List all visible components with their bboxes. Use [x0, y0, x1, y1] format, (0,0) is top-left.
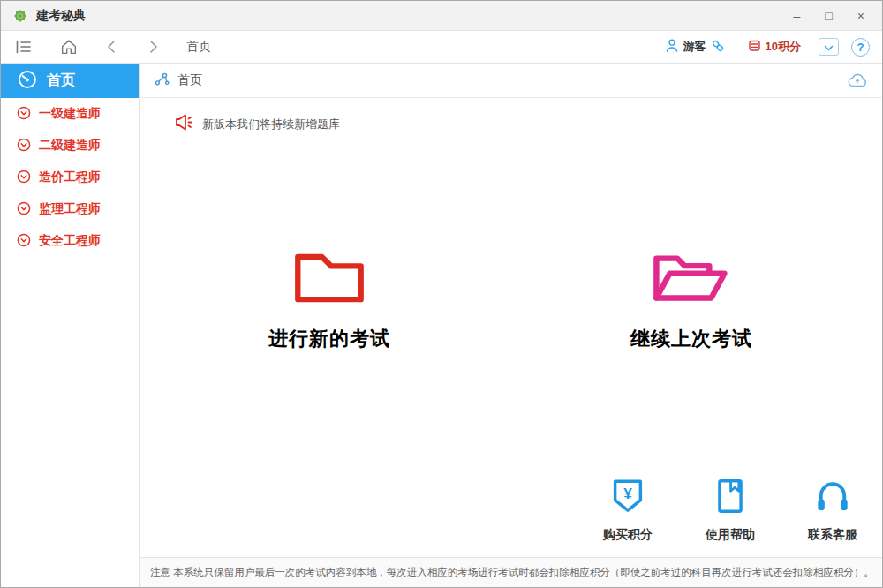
help-button[interactable]: ? [851, 38, 870, 57]
back-icon[interactable] [103, 38, 119, 56]
sidebar: 首页 一级建造师 二级建造师 [1, 64, 140, 587]
sidebar-item-home[interactable]: 首页 [1, 64, 139, 98]
shield-yen-icon: ¥ [608, 502, 648, 517]
continue-last-exam-label: 继续上次考试 [590, 326, 793, 352]
maximize-button[interactable]: □ [825, 10, 832, 22]
dropdown-button[interactable] [819, 38, 839, 56]
footer-actions: ¥ 购买积分 使用帮助 [600, 478, 861, 543]
circle-chevron-down-icon [17, 233, 31, 250]
contact-support-label: 联系客服 [804, 527, 861, 543]
collapse-sidebar-icon[interactable] [13, 37, 33, 57]
points-value: 10积分 [766, 39, 801, 55]
buy-points-label: 购买积分 [600, 527, 656, 543]
sidebar-item-yiji-jianzaoshi[interactable]: 一级建造师 [1, 98, 139, 130]
question-icon: ? [857, 41, 864, 54]
breadcrumb-bar: 首页 [140, 64, 882, 98]
note-bar: 注意 本系统只保留用户最后一次的考试内容到本地，每次进入相应的考场进行考试时都会… [140, 557, 882, 587]
sidebar-item-label: 首页 [47, 72, 75, 90]
circle-chevron-down-icon [17, 170, 31, 186]
note-text: 注意 本系统只保留用户最后一次的考试内容到本地，每次进入相应的考场进行考试时都会… [150, 566, 874, 579]
cloud-sync-icon[interactable] [847, 72, 868, 89]
folder-closed-icon [292, 296, 366, 311]
book-bookmark-icon [710, 502, 751, 517]
continue-last-exam-button[interactable]: 继续上次考试 [590, 246, 793, 352]
sidebar-item-jianli-gongchengshi[interactable]: 监理工程师 [1, 193, 139, 225]
dashboard-icon [17, 69, 38, 94]
start-new-exam-button[interactable]: 进行新的考试 [228, 246, 431, 352]
app-logo-icon [11, 7, 29, 25]
start-new-exam-label: 进行新的考试 [228, 326, 431, 352]
main-panel: 首页 [140, 64, 882, 587]
breadcrumb: 首页 [177, 72, 202, 88]
title-bar: 建考秘典 – □ × [1, 1, 882, 31]
help-guide-button[interactable]: 使用帮助 [702, 478, 758, 543]
contact-support-button[interactable]: 联系客服 [804, 478, 861, 543]
link-icon [711, 39, 725, 56]
sidebar-item-label: 安全工程师 [39, 233, 101, 249]
circle-chevron-down-icon [17, 138, 31, 155]
circle-chevron-down-icon [17, 106, 31, 123]
nav-bar: 首页 游客 [1, 31, 882, 64]
sidebar-item-erji-jianzaoshi[interactable]: 二级建造师 [1, 130, 139, 162]
user-name: 游客 [683, 39, 706, 55]
circle-chevron-down-icon [17, 201, 31, 218]
sidebar-item-anquan-gongchengshi[interactable]: 安全工程师 [1, 225, 139, 257]
buy-points-button[interactable]: ¥ 购买积分 [600, 478, 656, 543]
coins-icon [748, 39, 761, 56]
sidebar-item-label: 二级建造师 [39, 138, 101, 154]
content-area: 新版本我们将持续新增题库 进行新的考试 [140, 98, 882, 557]
announcement: 新版本我们将持续新增题库 [173, 112, 340, 136]
svg-text:¥: ¥ [623, 485, 632, 502]
sidebar-item-zaojia-gongchengshi[interactable]: 造价工程师 [1, 162, 139, 193]
chevron-down-icon [824, 39, 834, 55]
announcement-text: 新版本我们将持续新增题库 [202, 117, 340, 132]
user-icon [665, 38, 679, 56]
points-badge[interactable]: 10积分 [748, 39, 801, 56]
forward-icon[interactable] [146, 38, 162, 56]
user-account[interactable]: 游客 [665, 38, 725, 56]
help-guide-label: 使用帮助 [702, 527, 758, 543]
window-title: 建考秘典 [36, 8, 86, 24]
sidebar-item-label: 造价工程师 [39, 170, 101, 185]
app-window: 建考秘典 – □ × [0, 0, 883, 588]
headset-icon [812, 502, 853, 517]
share-nodes-icon [154, 72, 170, 89]
close-button[interactable]: × [857, 10, 864, 22]
sidebar-item-label: 一级建造师 [39, 106, 101, 122]
home-icon[interactable] [59, 37, 79, 57]
minimize-button[interactable]: – [794, 10, 801, 22]
nav-current-page: 首页 [186, 39, 211, 55]
megaphone-icon [173, 112, 194, 136]
sidebar-item-label: 监理工程师 [39, 201, 101, 217]
folder-open-icon [651, 296, 732, 311]
